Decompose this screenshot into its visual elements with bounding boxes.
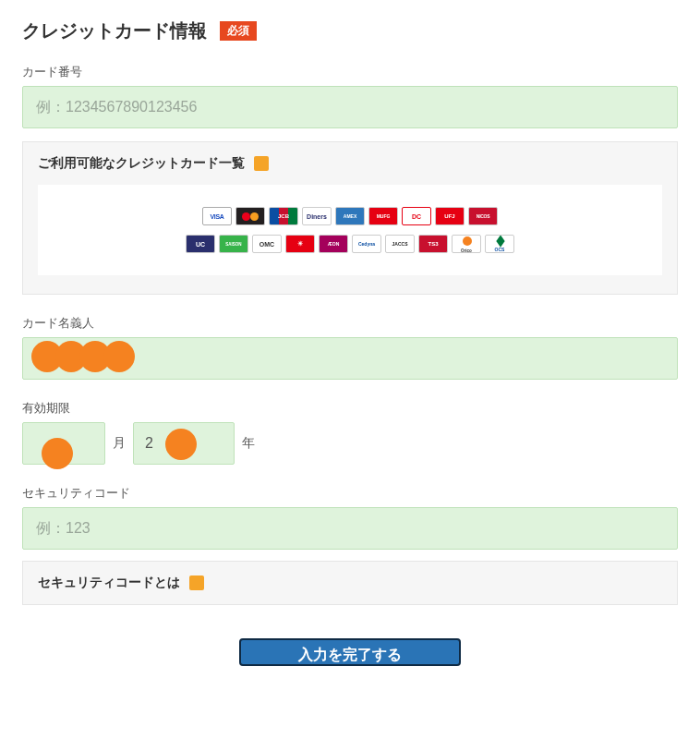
- expand-toggle-icon[interactable]: [189, 575, 204, 590]
- card-holder-label: カード名義人: [22, 315, 678, 332]
- jaccs-logo-icon: JACCS: [385, 235, 415, 253]
- card-logo-box: VISA JCB Diners AMEX MUFG DC UFJ NICOS U…: [38, 185, 662, 275]
- diners-logo-icon: Diners: [302, 207, 332, 225]
- ocs-logo-icon: OCS: [485, 235, 514, 253]
- month-unit-label: 月: [113, 435, 126, 452]
- security-code-input[interactable]: [22, 507, 678, 550]
- sun-logo-icon: ☀: [285, 235, 315, 253]
- submit-button[interactable]: 入力を完了する: [239, 638, 461, 666]
- ts3-logo-icon: TS3: [418, 235, 448, 253]
- redaction-icon: [42, 438, 66, 469]
- available-cards-panel: ご利用可能なクレジットカード一覧 VISA JCB Diners AMEX MU…: [22, 141, 678, 295]
- expiry-year-select[interactable]: 2: [133, 422, 235, 465]
- expand-toggle-icon[interactable]: [254, 156, 269, 171]
- aeon-logo-icon: ÆON: [319, 235, 348, 253]
- saison-logo-icon: SAISON: [219, 235, 248, 253]
- security-help-title: セキュリティコードとは: [38, 575, 180, 591]
- security-help-panel: セキュリティコードとは: [22, 561, 678, 605]
- omc-logo-icon: OMC: [252, 235, 282, 253]
- mastercard-logo-icon: [235, 207, 265, 225]
- orico-logo-icon: Orico: [452, 235, 481, 253]
- jcb-logo-icon: JCB: [269, 207, 298, 225]
- card-number-label: カード番号: [22, 64, 678, 80]
- available-cards-title: ご利用可能なクレジットカード一覧: [38, 155, 245, 172]
- mufg-logo-icon: MUFG: [368, 207, 398, 225]
- nicos-logo-icon: NICOS: [468, 207, 498, 225]
- redaction-icon: [165, 429, 189, 460]
- ufj-logo-icon: UFJ: [435, 207, 465, 225]
- security-code-label: セキュリティコード: [22, 485, 678, 502]
- card-number-input[interactable]: [22, 86, 678, 128]
- dc-logo-icon: DC: [402, 207, 431, 225]
- expiry-month-select[interactable]: [22, 422, 105, 465]
- amex-logo-icon: AMEX: [335, 207, 365, 225]
- year-unit-label: 年: [242, 435, 255, 452]
- uc-logo-icon: UC: [186, 235, 215, 253]
- cedyna-logo-icon: Cedyna: [352, 235, 381, 253]
- visa-logo-icon: VISA: [202, 207, 232, 225]
- section-title: クレジットカード情報: [22, 18, 207, 43]
- required-badge: 必須: [220, 21, 257, 41]
- year-prefix: 2: [145, 435, 153, 452]
- expiry-label: 有効期限: [22, 400, 678, 417]
- card-holder-input[interactable]: [22, 337, 678, 380]
